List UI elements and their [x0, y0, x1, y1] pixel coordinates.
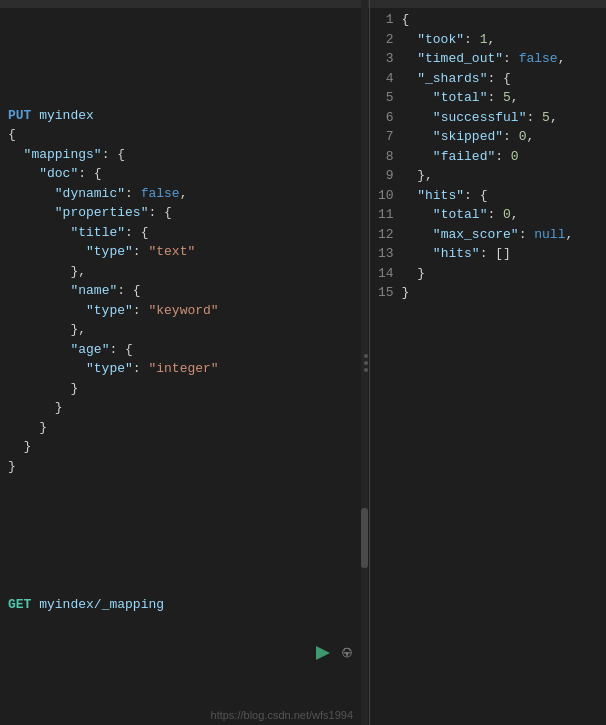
left-scroll-thumb[interactable] [361, 508, 368, 568]
line-num-7: 7 [378, 127, 394, 147]
line-num-3: 3 [378, 49, 394, 69]
divider-dot-2 [364, 361, 368, 365]
line-num-10: 10 [378, 186, 394, 206]
left-editor-panel[interactable]: PUT myindex { "mappings": { "doc": { "dy… [0, 0, 370, 725]
line-numbers: 1 2 3 4 5 6 7 8 9 10 11 12 13 14 15 [370, 10, 402, 303]
code-editor: PUT myindex { "mappings": { "doc": { "dy… [0, 8, 369, 725]
watermark: https://blog.csdn.net/wfs1994 [211, 709, 353, 721]
resp-line-2: "took": 1, [402, 30, 606, 50]
get-mapping-block: GET myindex/_mapping [8, 576, 361, 635]
wrench-icon [340, 646, 354, 660]
resp-line-7: "skipped": 0, [402, 127, 606, 147]
get-url-1: myindex/_mapping [39, 597, 164, 612]
line-num-5: 5 [378, 88, 394, 108]
resp-line-4: "_shards": { [402, 69, 606, 89]
line-num-15: 15 [378, 283, 394, 303]
response-json: { "took": 1, "timed_out": false, "_shard… [402, 10, 606, 303]
line-num-13: 13 [378, 244, 394, 264]
line-num-4: 4 [378, 69, 394, 89]
resp-line-9: }, [402, 166, 606, 186]
action-buttons-area [313, 643, 357, 663]
run-icon [316, 646, 330, 660]
put-myindex-block: PUT myindex { "mappings": { "doc": { "dy… [8, 86, 361, 496]
resp-line-14: } [402, 264, 606, 284]
resp-line-10: "hits": { [402, 186, 606, 206]
line-num-1: 1 [378, 10, 394, 30]
line-num-14: 14 [378, 264, 394, 284]
resp-line-15: } [402, 283, 606, 303]
resp-line-3: "timed_out": false, [402, 49, 606, 69]
line-num-12: 12 [378, 225, 394, 245]
settings-button[interactable] [337, 643, 357, 663]
panel-divider [364, 354, 368, 372]
svg-rect-0 [344, 652, 351, 653]
put-method: PUT [8, 108, 31, 123]
divider-dot-3 [364, 368, 368, 372]
resp-line-11: "total": 0, [402, 205, 606, 225]
put-url: myindex [39, 108, 94, 123]
resp-line-6: "successful": 5, [402, 108, 606, 128]
resp-line-12: "max_score": null, [402, 225, 606, 245]
line-num-6: 6 [378, 108, 394, 128]
resp-line-1: { [402, 10, 606, 30]
get-method-1: GET [8, 597, 31, 612]
divider-dot-1 [364, 354, 368, 358]
line-num-9: 9 [378, 166, 394, 186]
run-button[interactable] [313, 643, 333, 663]
resp-line-13: "hits": [] [402, 244, 606, 264]
right-response-panel: 1 2 3 4 5 6 7 8 9 10 11 12 13 14 15 { "t… [370, 0, 606, 725]
line-num-11: 11 [378, 205, 394, 225]
line-num-8: 8 [378, 147, 394, 167]
resp-line-5: "total": 5, [402, 88, 606, 108]
line-num-2: 2 [378, 30, 394, 50]
resp-line-8: "failed": 0 [402, 147, 606, 167]
response-area: 1 2 3 4 5 6 7 8 9 10 11 12 13 14 15 { "t… [370, 8, 606, 305]
